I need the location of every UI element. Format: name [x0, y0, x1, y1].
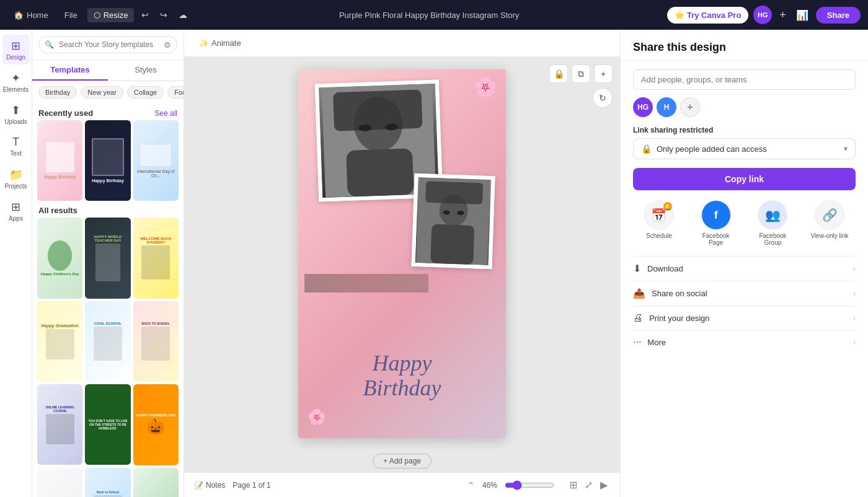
share-social-label: Share on social: [652, 289, 847, 298]
view-only-link-label: View-only link: [811, 232, 849, 239]
canvas-area: ✨ Animate 🔒 ⧉ + ↻ 🌸: [184, 30, 620, 497]
film-strip: [304, 274, 428, 292]
share-panel-body: HG H + Link sharing restricted 🔒 Only pe…: [621, 61, 868, 497]
try-pro-button[interactable]: ⭐ Try Canva Pro: [667, 7, 748, 24]
uploads-icon: ⬆: [11, 103, 20, 117]
share-social-icon: 📤: [633, 288, 645, 299]
sidebar-item-uploads[interactable]: ⬆ Uploads: [2, 99, 30, 129]
recently-used-header: Recently used See all: [37, 103, 179, 120]
template-thumb[interactable]: Happy Graduation: [37, 301, 82, 382]
document-title: Purple Pink Floral Happy Birthday Instag…: [339, 11, 519, 20]
filter-chips: Birthday New year Collage Food ›: [32, 81, 184, 103]
sidebar-item-text[interactable]: T Text: [2, 131, 30, 161]
facebook-group-label: Facebook Group: [751, 232, 794, 246]
resize-button[interactable]: ⬡ Resize: [87, 8, 135, 22]
facebook-page-label: Facebook Page: [694, 232, 738, 246]
download-action[interactable]: ⬇ Download ›: [633, 256, 856, 281]
template-thumb[interactable]: International Day of Ch...: [133, 120, 179, 201]
template-thumb[interactable]: YOU DON'T HAVE TO LIVE ON THE STREETS TO…: [85, 384, 130, 465]
print-icon: 🖨: [633, 312, 643, 323]
template-thumb[interactable]: BACK TO SCHOOL: [133, 301, 179, 382]
search-input[interactable]: [38, 36, 177, 53]
fit-view-button[interactable]: ⤢: [582, 478, 595, 492]
download-label: Download: [647, 264, 847, 273]
schedule-share-item[interactable]: 📅 🔔 Schedule: [637, 200, 681, 246]
avatar-h[interactable]: H: [657, 97, 676, 117]
template-thumb[interactable]: Back to School: [85, 468, 130, 498]
link-sharing-section: Link sharing restricted 🔒 Only people ad…: [633, 126, 856, 159]
present-button[interactable]: ▶: [598, 478, 610, 492]
template-thumb[interactable]: HAPPY FARMERS DAY 🎃: [133, 384, 179, 465]
lock-icon: 🔒: [641, 144, 652, 154]
home-button[interactable]: 🏠 Home: [7, 8, 55, 22]
template-thumb[interactable]: HAPPY WORLD TEACHER DAY: [85, 218, 130, 298]
template-thumb[interactable]: Happy Birthday: [37, 120, 82, 201]
download-chevron-icon: ›: [853, 265, 856, 273]
share-social-action[interactable]: 📤 Share on social ›: [633, 281, 856, 306]
redo-button[interactable]: ↪: [156, 7, 171, 22]
notes-button[interactable]: 📝 Notes: [194, 481, 225, 490]
recently-used-grid: Happy Birthday Happy Birthday Internatio…: [37, 120, 179, 201]
avatars-row: HG H +: [633, 97, 856, 117]
people-input[interactable]: [633, 69, 856, 90]
sidebar-item-elements[interactable]: ✦ Elements: [2, 67, 30, 97]
sidebar-item-design[interactable]: ⊞ Design: [2, 35, 30, 64]
template-thumb[interactable]: COOL SCHOOL: [85, 301, 130, 382]
template-thumb[interactable]: WELCOME BACK STUDENT!: [133, 218, 179, 298]
analytics-button[interactable]: 📊: [794, 7, 811, 24]
lock-canvas-button[interactable]: 🔒: [549, 64, 568, 83]
print-action[interactable]: 🖨 Print your design ›: [633, 306, 856, 330]
filter-icon[interactable]: ⚙: [164, 40, 171, 50]
tab-templates[interactable]: Templates: [32, 60, 108, 81]
template-scroll: Recently used See all Happy Birthday Hap…: [32, 103, 184, 497]
topbar: 🏠 Home File ⬡ Resize ↩ ↪ ☁ Purple Pink F…: [0, 0, 868, 30]
add-team-button[interactable]: +: [777, 7, 789, 23]
facebook-group-share-item[interactable]: 👥 Facebook Group: [751, 200, 794, 246]
add-canvas-button[interactable]: +: [594, 64, 613, 83]
chevron-down-icon: ▾: [844, 144, 848, 153]
chip-birthday[interactable]: Birthday: [38, 86, 77, 99]
chip-collage[interactable]: Collage: [127, 86, 164, 99]
flower-decoration-2: 🌸: [308, 408, 326, 426]
chip-newyear[interactable]: New year: [81, 86, 123, 99]
refresh-button[interactable]: ↻: [593, 88, 613, 108]
right-panel: Share this design HG H + Link sharing re…: [620, 30, 868, 497]
template-thumb[interactable]: Happy Birthday: [85, 120, 130, 201]
more-action[interactable]: ··· More ›: [633, 330, 856, 354]
copy-canvas-button[interactable]: ⧉: [572, 64, 590, 83]
undo-button[interactable]: ↩: [138, 7, 153, 22]
see-all-button[interactable]: See all: [154, 109, 177, 118]
add-page-button[interactable]: + Add page: [373, 454, 432, 468]
template-thumb[interactable]: ONLINE LEARNING COURSE: [37, 384, 82, 465]
copy-link-button[interactable]: Copy link: [633, 168, 856, 190]
design-canvas[interactable]: 🌸: [298, 69, 506, 438]
share-button[interactable]: Share: [816, 7, 861, 24]
canvas-wrapper: 🔒 ⧉ + ↻ 🌸: [184, 57, 620, 450]
all-results-grid: Happy Children's Day HAPPY WORLD TEACHER…: [37, 218, 179, 497]
view-only-link-share-item[interactable]: 🔗 View-only link: [808, 200, 851, 246]
photo-small[interactable]: [411, 173, 495, 268]
template-thumb[interactable]: Happy Children's Day: [37, 218, 82, 298]
save-status-button[interactable]: ☁: [175, 7, 191, 22]
sidebar-item-apps[interactable]: ⊞ Apps: [2, 196, 30, 226]
animate-button[interactable]: ✨ Animate: [194, 36, 246, 50]
facebook-page-share-item[interactable]: f Facebook Page: [694, 200, 738, 246]
zoom-slider[interactable]: [505, 480, 554, 490]
file-button[interactable]: File: [58, 8, 84, 22]
avatar[interactable]: HG: [753, 6, 772, 24]
expand-button[interactable]: ⌃: [467, 480, 475, 490]
sidebar-item-projects[interactable]: 📁 Projects: [2, 164, 30, 193]
main-area: ⊞ Design ✦ Elements ⬆ Uploads T Text 📁 P…: [0, 30, 868, 497]
template-thumb[interactable]: ATTENTION! DON'T REACT IN SMALL LETTERS: [133, 468, 179, 498]
avatar-hg[interactable]: HG: [633, 97, 653, 117]
add-people-button[interactable]: +: [680, 97, 700, 117]
grid-view-button[interactable]: ⊞: [567, 478, 580, 492]
template-thumb[interactable]: NG: [37, 468, 82, 498]
apps-icon: ⊞: [11, 200, 20, 214]
chip-food[interactable]: Food: [167, 86, 184, 99]
tab-styles[interactable]: Styles: [108, 60, 184, 81]
text-icon: T: [12, 136, 19, 149]
link-access-dropdown[interactable]: 🔒 Only people added can access ▾: [633, 138, 856, 159]
facebook-group-icon: 👥: [758, 200, 787, 230]
design-icon: ⊞: [11, 39, 20, 53]
